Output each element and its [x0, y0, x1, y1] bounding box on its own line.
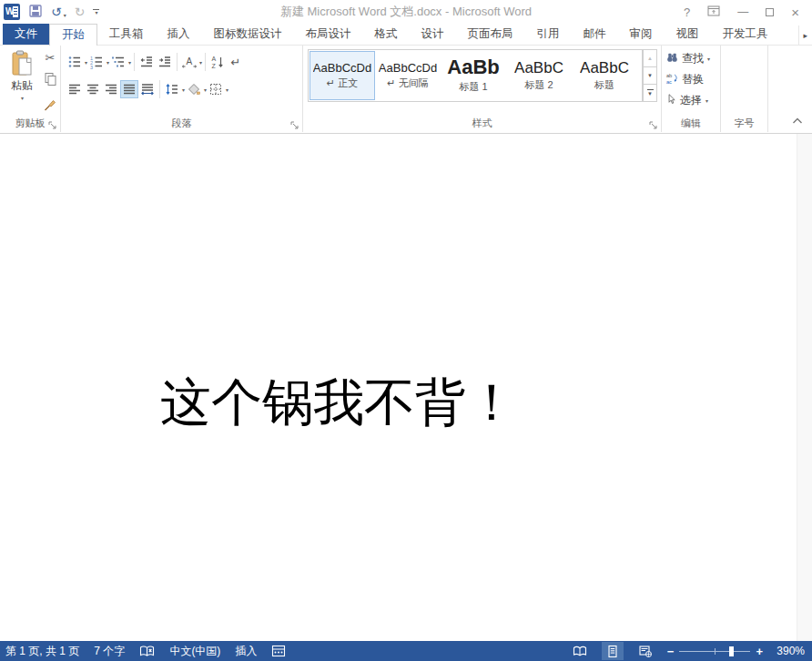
tab-mailings[interactable]: 邮件: [572, 24, 618, 45]
copy-icon[interactable]: [43, 72, 57, 89]
styles-dialog-launcher-icon[interactable]: [649, 120, 658, 129]
asian-layout-dropdown-icon[interactable]: ▾: [199, 59, 202, 66]
group-fontsize: 字号: [721, 46, 768, 132]
style-card-heading2[interactable]: AaBbC 标题 2: [506, 51, 572, 100]
multilevel-list-icon[interactable]: [109, 53, 127, 71]
style-card-title[interactable]: AaBbC 标题: [572, 51, 637, 100]
tab-file[interactable]: 文件: [3, 24, 49, 45]
paste-button[interactable]: 粘贴 ▾: [3, 48, 41, 101]
redo-button[interactable]: ↻: [75, 5, 86, 18]
svg-text:ac: ac: [666, 79, 672, 85]
zoom-slider-handle[interactable]: [729, 646, 734, 656]
customize-qat-button[interactable]: ▾: [93, 9, 99, 15]
tab-format[interactable]: 格式: [363, 24, 410, 45]
print-layout-view-icon[interactable]: [602, 642, 624, 660]
ribbon-display-options-icon[interactable]: [707, 5, 720, 19]
align-center-icon[interactable]: [84, 80, 102, 98]
tab-references[interactable]: 引用: [525, 24, 572, 45]
asian-layout-icon[interactable]: A: [180, 53, 198, 71]
proofing-errors-icon[interactable]: [139, 645, 155, 658]
select-button[interactable]: 选择 ▾: [665, 93, 708, 108]
qat-dropdown-icon: ▾: [95, 11, 97, 15]
maximize-button[interactable]: [766, 8, 774, 16]
collapse-ribbon-icon[interactable]: [792, 115, 803, 127]
find-button[interactable]: 查找 ▾: [665, 51, 710, 66]
tab-chart-data-design[interactable]: 图标数据设计: [202, 24, 294, 45]
macro-record-icon[interactable]: [271, 645, 286, 657]
scrollbar-track[interactable]: [797, 134, 812, 641]
document-text[interactable]: 这个锅我不背！: [160, 369, 517, 438]
svg-text:Z: Z: [212, 63, 217, 69]
replace-button[interactable]: abac 替换: [665, 72, 704, 87]
numbering-icon[interactable]: 123: [87, 53, 106, 71]
tab-design[interactable]: 设计: [410, 24, 456, 45]
tab-home[interactable]: 开始: [49, 24, 97, 46]
tab-developer[interactable]: 开发工具: [711, 24, 780, 45]
word-count-status[interactable]: 7 个字: [94, 644, 125, 659]
minimize-button[interactable]: —: [737, 5, 748, 18]
sort-icon[interactable]: AZ: [208, 53, 227, 71]
multilevel-dropdown-icon[interactable]: ▾: [128, 59, 131, 66]
zoom-out-button[interactable]: −: [667, 645, 675, 658]
tab-view[interactable]: 视图: [665, 24, 711, 45]
style-card-normal[interactable]: AaBbCcDd ↵ 正文: [310, 51, 375, 100]
line-spacing-icon[interactable]: [163, 80, 181, 98]
tab-insert[interactable]: 插入: [156, 24, 202, 45]
tab-toolbox[interactable]: 工具箱: [97, 24, 156, 45]
distribute-text-icon[interactable]: [138, 80, 157, 98]
svg-text:3: 3: [90, 65, 93, 70]
svg-text:ab: ab: [666, 73, 672, 78]
tab-review[interactable]: 审阅: [618, 24, 665, 45]
format-painter-icon[interactable]: [43, 97, 57, 115]
tab-page-layout[interactable]: 页面布局: [456, 24, 525, 45]
styles-gallery-scroll: ▲ ▼ ▼: [643, 49, 657, 102]
styles-group-label: 样式: [303, 117, 661, 130]
help-icon[interactable]: ?: [684, 5, 690, 19]
language-status[interactable]: 中文(中国): [169, 644, 220, 659]
save-icon[interactable]: [28, 4, 43, 21]
bullets-icon[interactable]: [66, 53, 84, 71]
borders-icon[interactable]: [207, 80, 225, 98]
show-hide-mark-icon[interactable]: ↵: [227, 53, 245, 71]
undo-button[interactable]: ↺▾: [51, 5, 66, 18]
gallery-scroll-up-icon[interactable]: ▲: [644, 50, 656, 67]
word-app-icon[interactable]: W: [4, 4, 20, 20]
page-number-status[interactable]: 第 1 页, 共 1 页: [5, 644, 79, 659]
document-area[interactable]: 这个锅我不背！: [0, 134, 812, 641]
paragraph-dialog-launcher-icon[interactable]: [290, 120, 299, 129]
svg-text:A: A: [187, 56, 193, 66]
zoom-level[interactable]: 390%: [774, 645, 805, 657]
undo-icon: ↺: [51, 5, 62, 18]
increase-indent-icon[interactable]: [156, 53, 174, 71]
web-layout-view-icon[interactable]: [634, 642, 656, 660]
borders-dropdown-icon[interactable]: ▾: [226, 86, 228, 93]
zoom-slider[interactable]: [679, 651, 750, 652]
replace-label: 替换: [682, 72, 704, 87]
zoom-in-button[interactable]: +: [756, 645, 763, 658]
decrease-indent-icon[interactable]: [137, 53, 156, 71]
align-right-icon[interactable]: [102, 80, 120, 98]
read-mode-view-icon[interactable]: [569, 642, 591, 660]
styles-gallery: AaBbCcDd ↵ 正文 AaBbCcDd ↵ 无间隔 AaBb 标题 1 A…: [308, 49, 643, 102]
style-card-no-spacing[interactable]: AaBbCcDd ↵ 无间隔: [375, 51, 441, 100]
align-left-icon[interactable]: [66, 80, 84, 98]
close-button[interactable]: ×: [791, 5, 799, 20]
insert-mode-status[interactable]: 插入: [235, 644, 257, 659]
tab-layout-design[interactable]: 布局设计: [294, 24, 363, 45]
clipboard-dialog-launcher-icon[interactable]: [48, 120, 57, 129]
find-dropdown-icon: ▾: [707, 56, 710, 62]
undo-dropdown-icon[interactable]: ▾: [64, 12, 66, 18]
tab-scroll-right-icon[interactable]: ▸: [798, 25, 811, 45]
align-justify-icon[interactable]: [120, 80, 138, 98]
gallery-scroll-down-icon[interactable]: ▼: [644, 67, 656, 85]
zoom-control: − +: [667, 645, 763, 658]
group-styles: AaBbCcDd ↵ 正文 AaBbCcDd ↵ 无间隔 AaBb 标题 1 A…: [303, 46, 662, 132]
quick-access-toolbar: W ↺▾ ↻ ▾: [0, 4, 99, 21]
paste-dropdown-icon[interactable]: ▾: [21, 95, 24, 101]
status-bar: 第 1 页, 共 1 页 7 个字 中文(中国) 插入 − + 390%: [0, 641, 812, 661]
shading-icon[interactable]: [185, 80, 203, 98]
style-card-heading1[interactable]: AaBb 标题 1: [441, 51, 506, 100]
gallery-more-icon[interactable]: ▼: [644, 85, 656, 101]
svg-text:A: A: [212, 56, 217, 62]
cut-icon[interactable]: ✂: [46, 52, 56, 64]
